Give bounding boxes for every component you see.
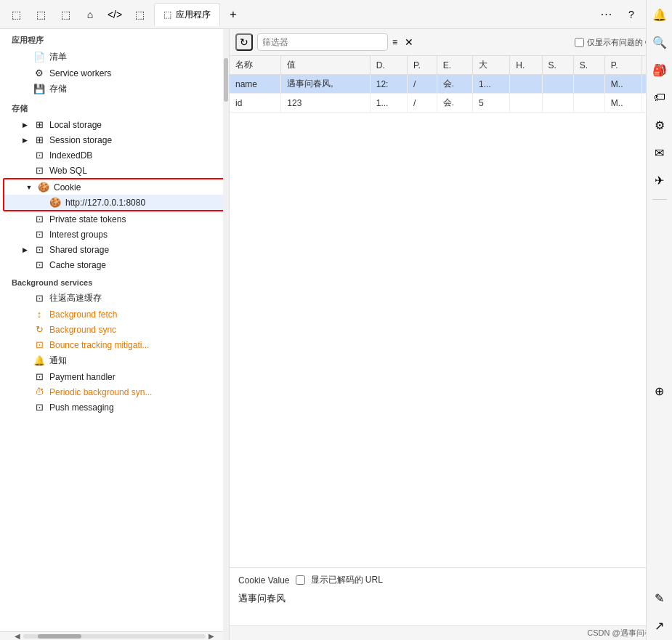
tag-icon[interactable]: 🏷 [651, 89, 668, 106]
sidebar-item-cache-storage[interactable]: ⊡ Cache storage [0, 257, 229, 272]
col-header-e[interactable]: E. [437, 56, 472, 75]
section-header-storage: 存储 [0, 97, 229, 117]
table-row[interactable]: name 遇事问春风, 12: / 会. 1... M.. [230, 75, 672, 94]
help-button[interactable]: ? [621, 4, 641, 25]
col-header-h[interactable]: H. [510, 56, 542, 75]
interest-groups-label: Interest groups [49, 230, 108, 240]
expand-icon [20, 294, 29, 303]
col-header-size[interactable]: 大 [473, 56, 510, 75]
col-header-value[interactable]: 值 [281, 56, 370, 75]
cookies-table: 名称 值 D. P. E. 大 H. S. S. P. P. [230, 56, 672, 113]
toolbar-btn-5[interactable]: ⬚ [129, 4, 150, 25]
expand-icon [20, 166, 29, 175]
sidebar-item-manifest[interactable]: 📄 清单 [0, 49, 229, 65]
sidebar-item-session-storage[interactable]: ▶ ⊞ Session storage [0, 132, 229, 147]
cookie-value-label: Cookie Value [238, 575, 290, 586]
cell-s2 [573, 75, 604, 94]
filter-icon: ≡ [392, 37, 397, 47]
add-icon[interactable]: ⊕ [651, 382, 668, 400]
sidebar-item-service-workers[interactable]: ⚙ Service workers [0, 65, 229, 81]
horizontal-scrollbar[interactable]: ◀ ▶ [0, 631, 229, 640]
payment-handler-label: Payment handler [49, 372, 116, 382]
sidebar-item-local-storage[interactable]: ▶ ⊞ Local storage [0, 117, 229, 132]
sidebar-item-websql[interactable]: ⊡ Web SQL [0, 163, 229, 178]
sidebar-item-storage[interactable]: 💾 存储 [0, 81, 229, 97]
more-options-button[interactable]: ··· [596, 4, 617, 25]
manifest-icon: 📄 [33, 52, 45, 62]
cookie-url-label: http://127.0.0.1:8080 [65, 198, 145, 208]
filter-input[interactable] [257, 33, 388, 51]
sidebar-item-bounce-tracking[interactable]: ⊡ Bounce tracking mitigati... [0, 337, 229, 352]
col-header-d[interactable]: D. [370, 56, 407, 75]
table-row[interactable]: id 123 1... / 会. 5 M.. [230, 94, 672, 113]
bounce-tracking-label: Bounce tracking mitigati... [49, 340, 149, 350]
toolbar-btn-1[interactable]: ⬚ [6, 4, 26, 25]
edit-icon[interactable]: ✎ [651, 589, 668, 607]
cell-value: 遇事问春风, [281, 75, 370, 94]
sidebar-item-periodic-bg-sync[interactable]: ⏱ Periodic background syn... [0, 384, 229, 400]
scroll-left-icon[interactable]: ◀ [12, 632, 23, 640]
col-header-p2[interactable]: P. [604, 56, 641, 75]
sidebar-item-cookie[interactable]: ▼ 🍪 Cookie [4, 179, 224, 195]
bounce-tracking-icon: ⊡ [33, 339, 45, 350]
cell-p: / [408, 94, 437, 113]
sidebar-item-payment-handler[interactable]: ⊡ Payment handler [0, 369, 229, 384]
cell-name: id [230, 94, 281, 113]
export-icon[interactable]: ↗ [651, 617, 668, 634]
cell-p2: M.. [604, 94, 641, 113]
sidebar-item-bg-fetch[interactable]: ↕ Background fetch [0, 307, 229, 322]
expand-icon [20, 215, 29, 224]
col-header-s1[interactable]: S. [542, 56, 573, 75]
col-header-p[interactable]: P. [408, 56, 437, 75]
search-icon[interactable]: 🔍 [651, 33, 668, 51]
expand-icon [20, 230, 29, 239]
cell-s1 [542, 75, 573, 94]
notification-icon[interactable]: 🔔 [651, 6, 668, 23]
toolbar-btn-2[interactable]: ⬚ [31, 4, 51, 25]
email-icon[interactable]: ✉ [651, 144, 668, 161]
vertical-scrollbar[interactable] [223, 29, 229, 640]
service-workers-label: Service workers [49, 68, 111, 78]
indexeddb-icon: ⊡ [33, 150, 45, 161]
sidebar-item-bg-sync[interactable]: ↻ Background sync [0, 322, 229, 337]
settings-icon[interactable]: ⚙ [651, 116, 668, 134]
expand-icon [20, 341, 29, 349]
sidebar-item-private-tokens[interactable]: ⊡ Private state tokens [0, 211, 229, 227]
tools-icon[interactable]: 🎒 [651, 61, 668, 78]
session-storage-label: Session storage [49, 135, 112, 145]
cell-value: 123 [281, 94, 370, 113]
cell-s2 [573, 94, 604, 113]
col-header-s2[interactable]: S. [573, 56, 604, 75]
scrollbar-thumb[interactable] [38, 634, 81, 639]
sidebar-item-push-messaging[interactable]: ⊡ Push messaging [0, 400, 229, 415]
scrollbar-thumb-vertical[interactable] [224, 58, 228, 102]
periodic-bg-sync-label: Periodic background syn... [49, 387, 152, 397]
data-table-container: 名称 值 D. P. E. 大 H. S. S. P. P. [230, 56, 672, 567]
sidebar-item-cookie-url[interactable]: 🍪 http://127.0.0.1:8080 [4, 195, 224, 210]
decode-url-checkbox[interactable] [296, 575, 305, 585]
send-icon[interactable]: ✈ [651, 171, 668, 189]
refresh-button[interactable]: ↻ [235, 33, 253, 51]
add-tab-button[interactable]: + [224, 6, 242, 23]
home-icon-btn[interactable]: ⌂ [80, 4, 100, 25]
filter-clear-button[interactable]: ✕ [402, 35, 416, 49]
sidebar-item-notifications[interactable]: 🔔 通知 [0, 352, 229, 369]
cookie-value-content: 遇事问春风 [238, 591, 663, 607]
show-issues-checkbox[interactable] [575, 38, 584, 47]
sidebar-item-interest-groups[interactable]: ⊡ Interest groups [0, 227, 229, 242]
scroll-right-icon[interactable]: ▶ [206, 632, 217, 640]
cell-s1 [542, 94, 573, 113]
sidebar-item-bfcache[interactable]: ⊡ 往返高速缓存 [0, 290, 229, 307]
tab-label: 应用程序 [176, 9, 211, 21]
sidebar-item-indexeddb[interactable]: ⊡ IndexedDB [0, 147, 229, 163]
col-header-name[interactable]: 名称 [230, 56, 281, 75]
toolbar-btn-3[interactable]: ⬚ [55, 4, 76, 25]
sidebar-divider [652, 199, 667, 200]
sidebar-item-shared-storage[interactable]: ▶ ⊡ Shared storage [0, 242, 229, 257]
manifest-label: 清单 [49, 51, 67, 63]
application-tab[interactable]: ⬚ 应用程序 [154, 3, 220, 26]
code-icon-btn[interactable]: </> [105, 4, 125, 25]
cell-size: 1... [473, 75, 510, 94]
bfcache-icon: ⊡ [33, 293, 45, 304]
websql-label: Web SQL [49, 166, 87, 176]
